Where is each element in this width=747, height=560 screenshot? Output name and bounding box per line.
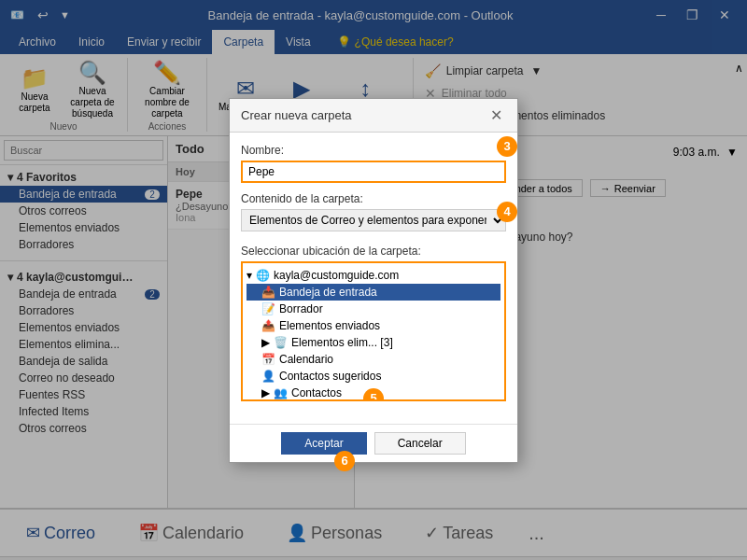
- dialog-footer: Aceptar Cancelar 6: [230, 424, 517, 462]
- location-wrapper: Seleccionar ubicación de la carpeta: ▾ 🌐…: [241, 245, 506, 401]
- tree-root[interactable]: ▾ 🌐 kayla@customguide.com: [247, 267, 500, 284]
- draft-tree-icon: 📝: [261, 302, 275, 315]
- tree-item-inbox[interactable]: 📥 Bandeja de entrada: [247, 284, 500, 301]
- folder-content-select[interactable]: Elementos de Correo y elementos para exp…: [241, 209, 506, 231]
- inbox-tree-icon: 📥: [261, 286, 275, 299]
- tree-item-draft[interactable]: 📝 Borrador: [247, 301, 500, 317]
- sent-tree-icon: 📤: [261, 319, 275, 332]
- calendar-tree-icon: 📅: [261, 353, 275, 366]
- accept-button[interactable]: Aceptar: [281, 432, 366, 455]
- dialog-title-bar: Crear nueva carpeta ✕: [230, 99, 517, 133]
- tree-item-suggested-contacts[interactable]: 👤 Contactos sugeridos: [247, 368, 500, 385]
- folder-name-input[interactable]: [241, 161, 506, 183]
- folder-tree[interactable]: ▾ 🌐 kayla@customguide.com 📥 Bandeja de e…: [241, 261, 506, 401]
- name-label: Nombre:: [241, 144, 506, 157]
- tree-item-calendar[interactable]: 📅 Calendario: [247, 351, 500, 368]
- account-icon: 🌐: [256, 269, 270, 282]
- tree-item-sent[interactable]: 📤 Elementos enviados: [247, 317, 500, 334]
- content-label: Contenido de la carpeta:: [241, 192, 506, 205]
- step-badge-6: 6: [334, 451, 355, 471]
- dialog-close-button[interactable]: ✕: [486, 106, 506, 124]
- suggested-contacts-icon: 👤: [261, 370, 275, 383]
- cancel-button[interactable]: Cancelar: [374, 432, 466, 455]
- dialog-overlay: Crear nueva carpeta ✕ Nombre: 3 Contenid…: [0, 0, 747, 560]
- step-badge-3: 3: [497, 136, 517, 157]
- dialog-body: Nombre: 3 Contenido de la carpeta: Eleme…: [230, 133, 517, 424]
- contacts-tree-icon: 👥: [274, 386, 288, 399]
- deleted-tree-icon: 🗑️: [274, 336, 288, 349]
- content-field-wrapper: Contenido de la carpeta: Elementos de Co…: [241, 192, 506, 241]
- step-badge-4: 4: [497, 202, 517, 222]
- location-label: Seleccionar ubicación de la carpeta:: [241, 245, 506, 258]
- name-field-wrapper: Nombre: 3: [241, 144, 506, 192]
- tree-item-deleted[interactable]: ▶ 🗑️ Elementos elim... [3]: [247, 334, 500, 351]
- dialog-title: Crear nueva carpeta: [241, 108, 352, 122]
- expand-icon: ▾: [247, 269, 252, 282]
- create-folder-dialog: Crear nueva carpeta ✕ Nombre: 3 Contenid…: [229, 98, 518, 463]
